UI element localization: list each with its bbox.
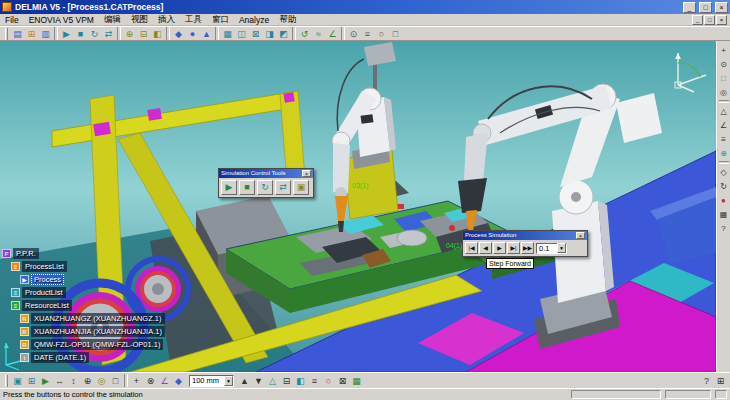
toolbar-icon[interactable]: ⊕ (81, 374, 94, 387)
toolbar-icon[interactable]: ⊞ (714, 374, 727, 387)
toolbar-icon[interactable]: ↺ (298, 27, 311, 40)
doc-restore-button[interactable]: □ (704, 15, 715, 25)
doc-close-button[interactable]: × (716, 15, 727, 25)
sim-tool-button[interactable]: ↻ (257, 180, 273, 195)
toolbar-icon[interactable] (215, 27, 219, 40)
toolbar-icon[interactable] (719, 161, 729, 164)
menu-item[interactable]: ENOVIA V5 VPM (24, 14, 99, 25)
toolbar-icon[interactable]: ⊠ (249, 27, 262, 40)
toolbar-icon[interactable]: ◫ (235, 27, 248, 40)
tree-item-label[interactable]: ProductList (22, 287, 66, 298)
player-button[interactable]: ▶| (507, 242, 520, 254)
toolbar-icon[interactable]: ▤ (11, 27, 24, 40)
toolbar-icon[interactable]: ▲ (200, 27, 213, 40)
doc-minimize-button[interactable]: _ (692, 15, 703, 25)
menu-item[interactable]: 帮助 (274, 14, 301, 25)
resize-grip[interactable] (715, 390, 727, 399)
menu-item[interactable]: File (0, 14, 24, 25)
toolbar-icon[interactable]: △ (266, 374, 279, 387)
menu-item[interactable]: 插入 (153, 14, 180, 25)
player-button[interactable]: ▶ (493, 242, 506, 254)
toolbar-icon[interactable]: ◇ (718, 166, 730, 178)
close-button[interactable]: × (715, 2, 728, 13)
toolbar-icon[interactable]: ⊙ (347, 27, 360, 40)
toolbar-icon[interactable]: + (718, 44, 730, 56)
sim-tool-button[interactable]: ⇄ (275, 180, 291, 195)
toolbar-icon[interactable]: ⊕ (123, 27, 136, 40)
tree-item[interactable]: R XUANZHUANJIA (XUANZHUANJIA.1) (20, 325, 165, 338)
toolbar-icon[interactable] (341, 27, 345, 40)
toolbar-icon[interactable]: ∠ (326, 27, 339, 40)
tree-item[interactable]: R QMW-FZL-OP01 (QMW-FZL-OP01.1) (20, 338, 165, 351)
toolbar-icon[interactable]: ▦ (718, 208, 730, 220)
toolbar-icon[interactable]: ↔ (53, 374, 66, 387)
toolbar-icon[interactable]: ⊟ (137, 27, 150, 40)
time-step-combo[interactable]: 0.1 ▼ (536, 243, 567, 254)
tree-item[interactable]: R XUANZHUANGZ (XUANZHUANGZ.1) (20, 312, 165, 325)
toolbar-icon[interactable]: ▣ (11, 374, 24, 387)
sim-tool-button[interactable]: ■ (239, 180, 255, 195)
tree-item-label[interactable]: XUANZHUANGZ (XUANZHUANGZ.1) (31, 313, 165, 324)
toolbar-icon[interactable]: ≡ (308, 374, 321, 387)
toolbar-icon[interactable]: ⊗ (144, 374, 157, 387)
toolbar-icon[interactable]: ○ (375, 27, 388, 40)
toolbar-icon[interactable]: ▲ (238, 374, 251, 387)
chevron-down-icon[interactable]: ▼ (224, 376, 233, 386)
toolbar-icon[interactable]: ≈ (312, 27, 325, 40)
toolbar-icon[interactable]: □ (389, 27, 402, 40)
tree-item-label[interactable]: ProcessList (22, 261, 67, 272)
toolbar-icon[interactable]: ▼ (252, 374, 265, 387)
toolbar-icon[interactable]: ▦ (350, 374, 363, 387)
tree-item[interactable]: P P.P.R. (2, 247, 165, 260)
toolbar-icon[interactable]: □ (109, 374, 122, 387)
toolbar-icon[interactable]: ⊟ (280, 374, 293, 387)
toolbar-icon[interactable]: ▦ (221, 27, 234, 40)
tree-item[interactable]: ≡ ProcessList (11, 260, 165, 273)
toolbar-icon[interactable]: ▶ (39, 374, 52, 387)
toolbar-icon[interactable]: ◆ (172, 374, 185, 387)
tree-item-label[interactable]: P.P.R. (13, 248, 39, 259)
tree-item-label[interactable]: ResourceList (22, 300, 72, 311)
robot-tag-label-1[interactable]: 03(1) (352, 182, 368, 190)
menu-item[interactable]: Analyze (234, 14, 274, 25)
sim-tool-button[interactable]: ▶ (221, 180, 237, 195)
player-button[interactable]: ◀ (479, 242, 492, 254)
toolbar-icon[interactable]: □ (718, 72, 730, 84)
toolbar-icon[interactable]: ? (718, 222, 730, 234)
toolbar-grip[interactable] (5, 28, 8, 40)
toolbar-icon[interactable]: ⊞ (25, 27, 38, 40)
toolbar-icon[interactable] (54, 27, 58, 40)
toolbar-icon[interactable]: ∠ (158, 374, 171, 387)
toolbar-icon[interactable]: ↻ (88, 27, 101, 40)
toolbar-icon[interactable]: ⊠ (336, 374, 349, 387)
menu-item[interactable]: 窗口 (207, 14, 234, 25)
palette-title-bar[interactable]: Simulation Control Tools × (219, 169, 313, 178)
toolbar-grip[interactable] (5, 375, 8, 387)
player-button[interactable]: ▶▶ (521, 242, 534, 254)
toolbar-icon[interactable]: ⊕ (718, 147, 730, 159)
toolbar-icon[interactable]: ◎ (718, 86, 730, 98)
toolbar-icon[interactable] (166, 27, 170, 40)
tree-item[interactable]: t DATE (DATE.1) (20, 351, 165, 364)
maximize-button[interactable]: □ (699, 2, 712, 13)
toolbar-icon[interactable]: △ (718, 105, 730, 117)
toolbar-icon[interactable]: ≡ (718, 133, 730, 145)
toolbar-icon[interactable]: ? (700, 374, 713, 387)
minimize-button[interactable]: _ (683, 2, 696, 13)
toolbar-icon[interactable]: ◩ (277, 27, 290, 40)
player-button[interactable]: |◀ (465, 242, 478, 254)
toolbar-icon[interactable]: ▥ (39, 27, 52, 40)
tree-item-label[interactable]: QMW-FZL-OP01 (QMW-FZL-OP01.1) (31, 339, 163, 350)
toolbar-icon[interactable]: ◧ (151, 27, 164, 40)
toolbar-icon[interactable]: ● (186, 27, 199, 40)
tree-item[interactable]: ≡ ProductList (11, 286, 165, 299)
toolbar-icon[interactable] (124, 374, 128, 387)
toolbar-icon[interactable]: ⊙ (718, 58, 730, 70)
toolbar-icon[interactable]: ◎ (95, 374, 108, 387)
toolbar-icon[interactable]: ↻ (718, 180, 730, 192)
toolbar-icon[interactable]: ≡ (361, 27, 374, 40)
menu-item[interactable]: 视图 (126, 14, 153, 25)
toolbar-icon[interactable]: ◆ (172, 27, 185, 40)
menu-item[interactable]: 编辑 (99, 14, 126, 25)
scale-combo[interactable]: 100 mm ▼ (189, 375, 234, 387)
